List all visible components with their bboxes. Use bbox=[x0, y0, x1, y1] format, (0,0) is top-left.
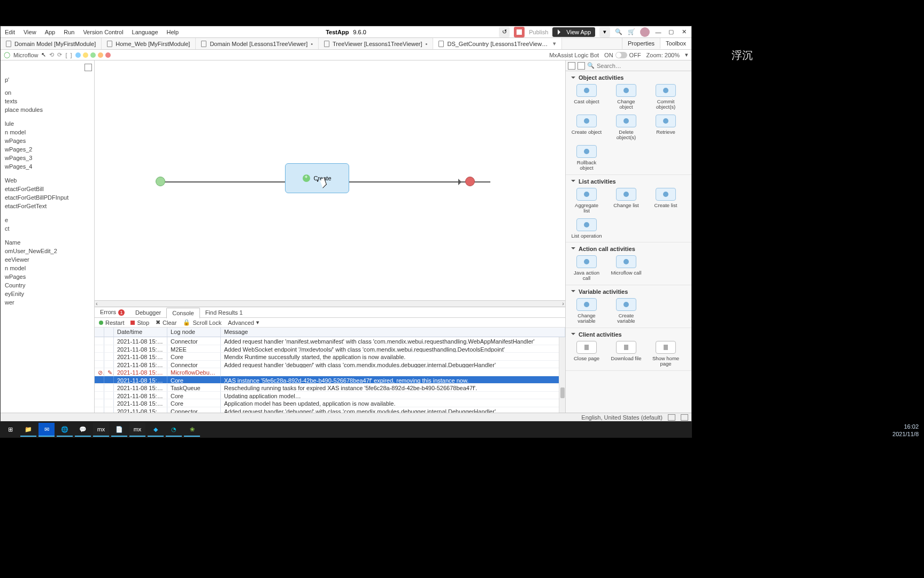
search-header-icon[interactable]: 🔍 bbox=[614, 28, 623, 36]
explorer-item[interactable]: omUser_NewEdit_2 bbox=[3, 247, 92, 255]
toolbox-tool[interactable]: Java action call bbox=[571, 255, 602, 282]
console-row[interactable]: 2021-11-08 15:44:40.2…CoreApplication mo… bbox=[95, 399, 565, 407]
toolbox-tool[interactable]: Change variable bbox=[571, 298, 602, 324]
start-event[interactable] bbox=[156, 177, 165, 186]
toolbox-collapse-icon[interactable] bbox=[568, 62, 575, 70]
col-lognode[interactable]: Log node bbox=[167, 328, 221, 337]
console-rows[interactable]: 2021-11-08 15:44:30.3…ConnectorAdded req… bbox=[95, 337, 565, 421]
console-row[interactable]: 2021-11-08 15:44:30.3…M2EEAdded WebSocke… bbox=[95, 345, 565, 353]
console-clear-button[interactable]: ✖ Clear bbox=[156, 319, 176, 326]
tab-treeviewer[interactable]: TreeViewer [Lessons1TreeViewer]• bbox=[319, 38, 433, 49]
taskbar-edge[interactable]: ◔ bbox=[166, 423, 182, 437]
toolbox-tool[interactable]: Rollback object bbox=[571, 145, 602, 171]
status-view-list-icon[interactable] bbox=[681, 414, 688, 421]
tab-domain-model-myfirstmodule[interactable]: Domain Model [MyFirstModule] bbox=[1, 38, 102, 49]
toolbox-tool[interactable]: Download file bbox=[611, 341, 642, 367]
menu-language[interactable]: Language bbox=[132, 29, 158, 35]
status-view-grid-icon[interactable] bbox=[668, 414, 675, 421]
cart-icon[interactable]: 🛒 bbox=[627, 28, 636, 36]
explorer-item[interactable]: etactForGetBillPDFInput bbox=[3, 193, 92, 202]
toolbox-tool[interactable]: Commit object(s) bbox=[650, 84, 681, 110]
toolbox-tool[interactable]: Change list bbox=[611, 188, 642, 214]
toolbox-expand-icon[interactable] bbox=[578, 62, 585, 70]
explorer-item[interactable]: on bbox=[3, 88, 92, 97]
explorer-item[interactable]: place modules bbox=[3, 105, 92, 114]
horizontal-scrollbar[interactable] bbox=[95, 300, 565, 307]
tab-debugger[interactable]: Debugger bbox=[130, 308, 166, 317]
tab-domain-model-lessons1[interactable]: Domain Model [Lessons1TreeViewer]• bbox=[196, 38, 319, 49]
explorer-item[interactable]: etactForGetText bbox=[3, 202, 92, 210]
toolbox-section-header[interactable]: Variable activities bbox=[571, 288, 686, 295]
explorer-item[interactable]: etactForGetBill bbox=[3, 185, 92, 193]
toolbox-tool[interactable]: Aggregate list bbox=[571, 188, 602, 214]
toolbox-search-input[interactable] bbox=[597, 63, 689, 69]
menu-version-control[interactable]: Version Control bbox=[83, 29, 123, 35]
explorer-item[interactable]: lule bbox=[3, 119, 92, 128]
console-stop-button[interactable]: Stop bbox=[130, 320, 149, 326]
tab-console[interactable]: Console bbox=[166, 308, 199, 318]
toolbox-tool[interactable]: Retrieve bbox=[650, 115, 681, 141]
explorer-item[interactable]: wPages_2 bbox=[3, 145, 92, 154]
taskbar-spring[interactable]: ❀ bbox=[184, 423, 200, 437]
window-maximize[interactable]: ▢ bbox=[667, 28, 675, 36]
console-row[interactable]: 2021-11-08 15:44:31.3…CoreXAS instance '… bbox=[95, 376, 565, 384]
toolbox-section-header[interactable]: Action call activities bbox=[571, 246, 686, 252]
explorer-item[interactable]: wer bbox=[3, 298, 92, 307]
view-app-button[interactable]: View App bbox=[552, 27, 595, 37]
toolbox-tool[interactable]: Show home page bbox=[650, 341, 681, 367]
console-scrollbar[interactable] bbox=[559, 337, 565, 421]
explorer-item[interactable]: n model bbox=[3, 128, 92, 136]
explorer-item[interactable]: wPages bbox=[3, 136, 92, 145]
palette-dots[interactable] bbox=[75, 52, 111, 58]
col-datetime[interactable]: Date/time bbox=[114, 328, 167, 337]
console-row[interactable]: 2021-11-08 15:44:39.9…CoreUpdating appli… bbox=[95, 392, 565, 400]
panel-tab-toolbox[interactable]: Toolbox bbox=[660, 38, 691, 49]
toolbox-tool[interactable]: Create list bbox=[650, 188, 681, 214]
create-action-node[interactable]: Create bbox=[285, 163, 349, 193]
toolbox-tool[interactable]: Change object bbox=[611, 84, 642, 110]
taskbar-chrome[interactable]: 🌐 bbox=[57, 423, 73, 437]
windows-taskbar[interactable]: ⊞ 📁 ✉ 🌐 💬 mx 📄 mx ◆ ◔ ❀ bbox=[0, 422, 692, 438]
toolbox-section-header[interactable]: Object activities bbox=[571, 74, 686, 81]
explorer-view-icon[interactable] bbox=[84, 64, 92, 71]
view-app-dropdown[interactable]: ▾ bbox=[599, 27, 610, 37]
redo-icon[interactable]: ⟳ bbox=[57, 51, 62, 58]
pointer-tool-icon[interactable]: ↖ bbox=[41, 51, 46, 58]
tab-errors[interactable]: Errors1 bbox=[95, 307, 130, 317]
explorer-item[interactable]: wPages_3 bbox=[3, 154, 92, 162]
mxassist-toggle[interactable]: ONOFF bbox=[604, 52, 641, 58]
explorer-item[interactable]: eyEnity bbox=[3, 290, 92, 298]
toolbox-tool[interactable]: Create object bbox=[571, 115, 602, 141]
toolbox-section-header[interactable]: List activities bbox=[571, 178, 686, 185]
menu-view[interactable]: View bbox=[24, 29, 36, 35]
taskbar-mendix-1[interactable]: mx bbox=[93, 423, 109, 437]
taskbar-explorer[interactable]: 📁 bbox=[20, 423, 36, 437]
taskbar-app-blue[interactable]: ◆ bbox=[148, 423, 164, 437]
menu-app[interactable]: App bbox=[45, 29, 56, 35]
col-message[interactable]: Message bbox=[221, 328, 565, 337]
toolbox-tool[interactable]: Delete object(s) bbox=[611, 115, 642, 141]
console-row[interactable]: 2021-11-08 15:44:30.6…ConnectorAdded req… bbox=[95, 361, 565, 369]
tab-dropdown-icon[interactable]: ▾ bbox=[553, 40, 556, 47]
console-scroll-lock[interactable]: 🔒 Scroll Lock bbox=[183, 319, 221, 326]
stop-run-icon[interactable] bbox=[514, 27, 525, 37]
toolbox-tool[interactable]: List operation bbox=[571, 218, 602, 239]
window-close[interactable]: ✕ bbox=[680, 28, 688, 36]
explorer-item[interactable]: ct bbox=[3, 224, 92, 233]
publish-button[interactable]: Publish bbox=[529, 29, 548, 35]
avatar[interactable] bbox=[640, 27, 650, 37]
console-row[interactable]: 2021-11-08 15:44:31.3…TaskQueueReschedul… bbox=[95, 384, 565, 392]
taskbar-notepad[interactable]: 📄 bbox=[111, 423, 127, 437]
explorer-item[interactable]: n model bbox=[3, 264, 92, 272]
explorer-item[interactable]: texts bbox=[3, 97, 92, 105]
toolbox-tool[interactable]: Microflow call bbox=[611, 255, 642, 282]
project-explorer[interactable]: p'ontextsplace moduleslulen modelwPagesw… bbox=[1, 60, 95, 421]
explorer-item[interactable]: wPages_4 bbox=[3, 162, 92, 171]
console-row[interactable]: ⊘✎2021-11-08 15:44:30.8…MicroflowDebugge… bbox=[95, 368, 565, 376]
taskbar-mendix-2[interactable]: mx bbox=[129, 423, 145, 437]
explorer-item[interactable]: Country bbox=[3, 281, 92, 290]
status-language[interactable]: English, United States (default) bbox=[581, 414, 663, 421]
explorer-item[interactable]: Web bbox=[3, 176, 92, 185]
explorer-item[interactable]: wPages bbox=[3, 272, 92, 281]
toolbox-tool[interactable]: Cast object bbox=[571, 84, 602, 110]
